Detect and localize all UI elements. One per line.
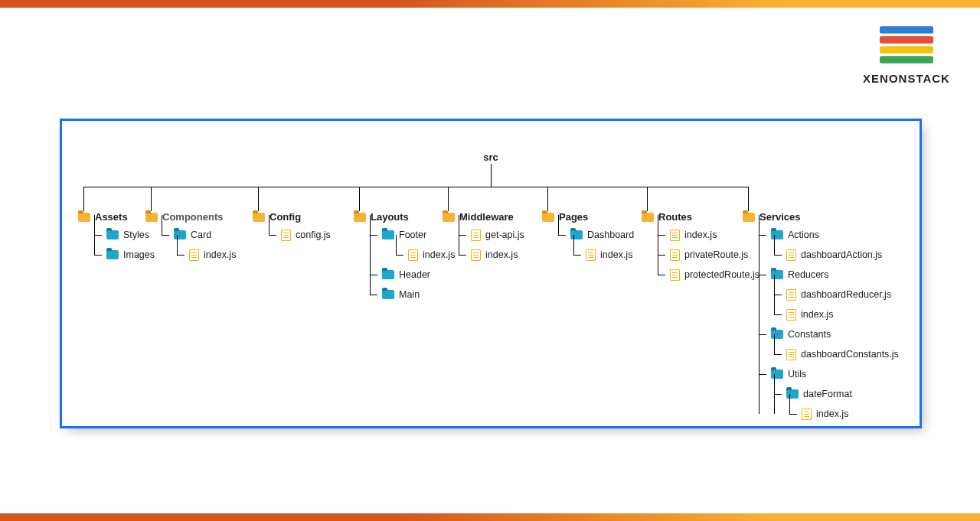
folder-icon [743,213,755,222]
drop-line [359,187,360,211]
file-label: dashboardConstants.js [801,349,899,360]
tree-elbow-icon [754,364,766,384]
file-icon [189,249,199,261]
file-icon [786,249,796,261]
folder-icon [253,213,265,222]
folder-label: Dashboard [587,230,634,240]
folder-icon [78,213,90,222]
folder-icon [354,213,366,222]
folder-icon [382,270,394,279]
folder-card: Card [157,225,236,245]
tree-elbow-icon [569,245,581,265]
brand-block: XENONSTACK [861,23,952,85]
file-label: index.js [204,249,236,260]
file-label: protectedRoute.js [684,269,760,280]
folder-icon [786,389,799,399]
file-label: index.js [801,309,833,320]
tree-elbow-icon [653,245,665,265]
tree-elbow-icon [454,225,466,245]
folder-pages: Pages [542,211,588,223]
file-icon [586,249,596,261]
drop-line [547,187,548,211]
file-reducers-index: index.js [769,304,899,324]
file-icon [786,289,796,301]
folder-middleware: Middleware [443,211,514,223]
folder-label: Card [191,230,211,240]
tree-elbow-icon [653,225,665,245]
file-get-api: get-api.js [454,225,524,245]
folder-icon [771,330,783,339]
folder-routes: Routes [642,211,692,223]
folder-components: Components [145,211,223,223]
tree-elbow-icon [754,265,766,285]
tree-elbow-icon [365,225,377,245]
brand-name: XENONSTACK [861,72,952,85]
file-icon [281,230,291,241]
folder-dashboard: Dashboard [554,225,634,245]
file-footer-index: index.js [391,245,455,265]
file-label: index.js [684,230,717,240]
file-icon [786,349,796,360]
tree-elbow-icon [172,245,185,265]
folder-icon [443,213,455,222]
tree-elbow-icon [653,265,665,285]
file-label: get-api.js [485,230,524,240]
diagram-frame: src Assets Styles Images [60,119,922,428]
folder-label: Config [270,211,301,223]
folder-footer: Footer [365,225,455,245]
top-accent-bar [0,0,980,8]
root-trunk-line [491,164,492,187]
folder-icon [174,230,186,239]
folder-icon [771,270,783,279]
file-card-index: index.js [172,245,236,265]
folder-label: Services [760,211,801,223]
folder-header: Header [365,265,455,285]
file-icon [670,249,680,261]
tree-elbow-icon [264,225,276,245]
folder-label: Reducers [788,269,829,280]
brand-logo-icon [880,23,933,66]
bottom-accent-bar [0,513,980,521]
drop-line [258,187,259,211]
drop-line [748,187,749,211]
file-icon [802,409,812,420]
folder-label: dateFormat [803,389,852,399]
folder-reducers: Reducers [754,265,899,285]
file-dashboard-constants: dashboardConstants.js [769,344,899,364]
drop-line [448,187,449,211]
folder-services: Services [743,211,801,223]
folder-label: Header [399,269,430,280]
file-icon [471,249,481,261]
folder-label: Utils [788,369,806,379]
folder-label: Assets [95,211,128,223]
tree-elbow-icon [769,384,782,404]
folder-label: Images [123,249,155,260]
file-config-js: config.js [264,225,331,245]
tree-elbow-icon [454,245,466,265]
file-icon [786,309,796,321]
file-routes-index: index.js [653,225,760,245]
folder-config: Config [253,211,301,223]
folder-label: Components [162,211,223,223]
tree-elbow-icon [90,245,102,265]
folder-icon [642,213,654,222]
folder-icon [382,230,394,239]
folder-styles: Styles [90,225,155,245]
folder-actions: Actions [754,225,899,245]
tree-elbow-icon [365,265,377,285]
file-label: index.js [816,409,848,419]
file-label: dashboardAction.js [801,249,882,260]
folder-label: Pages [559,211,588,223]
folder-label: Footer [399,230,426,240]
folder-icon [106,230,119,239]
file-private-route: privateRoute.js [653,245,760,265]
tree-elbow-icon [769,304,782,324]
tree-elbow-icon [754,225,766,245]
file-dashboard-reducer: dashboardReducer.js [769,285,899,304]
tree-elbow-icon [391,245,403,265]
file-middleware-index: index.js [454,245,524,265]
folder-label: Routes [658,211,692,223]
folder-icon [771,370,783,379]
folder-icon [382,290,394,299]
folder-label: Layouts [371,211,409,223]
